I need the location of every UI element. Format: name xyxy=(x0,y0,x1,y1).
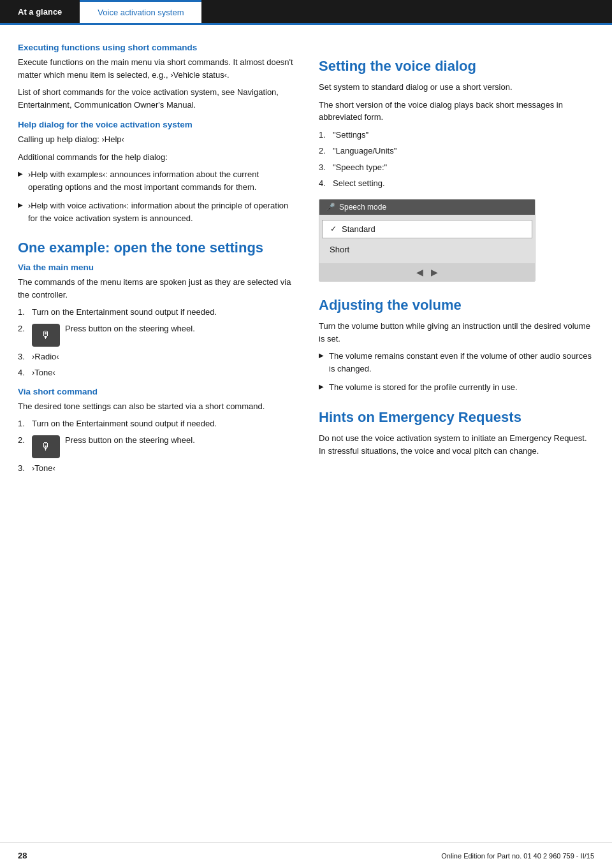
via-main-menu-steps: 1. Turn on the Entertainment sound outpu… xyxy=(18,306,293,379)
step-text: Select setting. xyxy=(333,177,385,190)
via-short-command-steps: 1. Turn on the Entertainment sound outpu… xyxy=(18,417,293,474)
speech-option-label: Short xyxy=(330,245,349,254)
voice-dialog-heading: Setting the voice dialog xyxy=(319,58,594,75)
speech-mode-title-bar: 🎤 Speech mode xyxy=(319,199,535,215)
voice-dialog-para2: The short version of the voice dialog pl… xyxy=(319,99,594,124)
emergency-para: Do not use the voice activation system t… xyxy=(319,432,594,457)
step-text: ›Radio‹ xyxy=(32,351,59,363)
step-item: 1. "Settings" xyxy=(319,129,594,141)
nav-right-icon: ▶ xyxy=(431,267,438,277)
page-number: 28 xyxy=(18,851,27,860)
short-commands-para2: List of short commands for the voice act… xyxy=(18,86,293,111)
step-text: "Speech type:" xyxy=(333,161,387,174)
main-content: Executing functions using short commands… xyxy=(0,25,612,517)
tab-voice-activation: Voice activation system xyxy=(80,0,201,23)
step-item: 3. "Speech type:" xyxy=(319,161,594,174)
step-item: 2. 🎙 Press button on the steering wheel. xyxy=(18,322,293,347)
volume-para: Turn the volume button while giving an i… xyxy=(319,320,594,345)
step-number: 1. xyxy=(319,129,333,141)
bullet-text: ›Help with voice activation‹: informatio… xyxy=(28,199,293,224)
one-example-heading: One example: open the tone settings xyxy=(18,240,293,256)
step-number: 1. xyxy=(18,306,32,319)
step-number: 4. xyxy=(18,366,32,379)
step-number: 2. xyxy=(319,145,333,157)
bullet-item: ▶ ›Help with examples‹: announces inform… xyxy=(18,168,293,193)
left-column: Executing functions using short commands… xyxy=(18,43,293,479)
bullet-triangle-icon: ▶ xyxy=(18,169,23,178)
bullet-item: ▶ The volume remains constant even if th… xyxy=(319,350,594,375)
bullet-item: ▶ The volume is stored for the profile c… xyxy=(319,381,594,394)
step-text: "Settings" xyxy=(333,129,368,141)
section-via-short-command: Via short command The desired tone setti… xyxy=(18,387,293,475)
voice-dialog-steps: 1. "Settings" 2. "Language/Units" 3. "Sp… xyxy=(319,129,594,190)
header-bar: At a glance Voice activation system xyxy=(0,0,612,23)
right-column: Setting the voice dialog Set system to s… xyxy=(319,43,594,479)
step-number: 4. xyxy=(319,177,333,190)
section-voice-dialog: Setting the voice dialog Set system to s… xyxy=(319,58,594,282)
section-emergency: Hints on Emergency Requests Do not use t… xyxy=(319,409,594,457)
section-via-main-menu: Via the main menu The commands of the me… xyxy=(18,263,293,379)
volume-heading: Adjusting the volume xyxy=(319,297,594,314)
step-item: 4. ›Tone‹ xyxy=(18,366,293,379)
step-text: "Language/Units" xyxy=(333,145,397,157)
nav-left-icon: ◀ xyxy=(416,267,423,277)
via-short-command-heading: Via short command xyxy=(18,387,293,396)
step-number: 1. xyxy=(18,417,32,430)
help-dialog-para2: Additional commands for the help dialog: xyxy=(18,151,293,164)
step-text: Turn on the Entertainment sound output i… xyxy=(32,306,217,319)
step-number: 2. xyxy=(18,322,32,335)
step-number: 2. xyxy=(18,434,32,447)
section-volume: Adjusting the volume Turn the volume but… xyxy=(319,297,594,394)
step-text: ›Tone‹ xyxy=(32,366,55,379)
footer-notice: Online Edition for Part no. 01 40 2 960 … xyxy=(441,852,594,860)
bullet-triangle-icon: ▶ xyxy=(319,382,324,391)
speech-mode-title: Speech mode xyxy=(339,203,386,212)
voice-dialog-para1: Set system to standard dialog or use a s… xyxy=(319,81,594,94)
speech-nav-row: ◀ ▶ xyxy=(319,263,535,281)
via-short-command-para: The desired tone settings can also be st… xyxy=(18,400,293,413)
bullet-triangle-icon: ▶ xyxy=(319,351,324,360)
speech-option-short[interactable]: Short xyxy=(319,241,535,258)
steering-wheel-button-icon: 🎙 xyxy=(32,435,60,458)
step-text: Press button on the steering wheel. xyxy=(65,434,195,447)
step-number: 3. xyxy=(18,351,32,363)
volume-bullets: ▶ The volume remains constant even if th… xyxy=(319,350,594,394)
short-commands-heading: Executing functions using short commands xyxy=(18,43,293,52)
step-item: 3. ›Radio‹ xyxy=(18,351,293,363)
help-dialog-bullets: ▶ ›Help with examples‹: announces inform… xyxy=(18,168,293,224)
section-help-dialog: Help dialog for the voice activation sys… xyxy=(18,120,293,224)
speech-mode-icon: 🎤 xyxy=(326,203,335,212)
step-number: 3. xyxy=(18,462,32,475)
bullet-text: The volume remains constant even if the … xyxy=(329,350,594,375)
via-main-menu-heading: Via the main menu xyxy=(18,263,293,272)
step-item: 4. Select setting. xyxy=(319,177,594,190)
checkmark-icon: ✓ xyxy=(330,224,337,233)
bullet-text: The volume is stored for the profile cur… xyxy=(329,381,518,394)
help-dialog-heading: Help dialog for the voice activation sys… xyxy=(18,120,293,129)
step-text: ›Tone‹ xyxy=(32,462,55,475)
speech-option-standard[interactable]: ✓ Standard xyxy=(322,220,532,238)
tab-at-a-glance: At a glance xyxy=(0,0,80,23)
via-main-menu-para: The commands of the menu items are spoke… xyxy=(18,276,293,301)
step-item: 2. 🎙 Press button on the steering wheel. xyxy=(18,434,293,458)
emergency-heading: Hints on Emergency Requests xyxy=(319,409,594,426)
step-item: 1. Turn on the Entertainment sound outpu… xyxy=(18,417,293,430)
step-item: 1. Turn on the Entertainment sound outpu… xyxy=(18,306,293,319)
step-number: 3. xyxy=(319,161,333,174)
step-item: 2. "Language/Units" xyxy=(319,145,594,157)
steering-wheel-button-icon: 🎙 xyxy=(32,324,60,347)
section-short-commands: Executing functions using short commands… xyxy=(18,43,293,111)
step-item: 3. ›Tone‹ xyxy=(18,462,293,475)
footer: 28 Online Edition for Part no. 01 40 2 9… xyxy=(0,843,612,868)
bullet-triangle-icon: ▶ xyxy=(18,200,23,210)
step-text: Press button on the steering wheel. xyxy=(65,322,195,335)
step-text: Turn on the Entertainment sound output i… xyxy=(32,417,217,430)
speech-mode-widget: 🎤 Speech mode ✓ Standard Short ◀ ▶ xyxy=(319,199,536,282)
header-divider xyxy=(0,23,612,25)
short-commands-para1: Execute functions on the main menu via s… xyxy=(18,56,293,81)
speech-option-label: Standard xyxy=(342,224,375,234)
bullet-text: ›Help with examples‹: announces informat… xyxy=(28,168,293,193)
help-dialog-para1: Calling up help dialog: ›Help‹ xyxy=(18,133,293,146)
speech-mode-options: ✓ Standard Short xyxy=(319,215,535,263)
bullet-item: ▶ ›Help with voice activation‹: informat… xyxy=(18,199,293,224)
